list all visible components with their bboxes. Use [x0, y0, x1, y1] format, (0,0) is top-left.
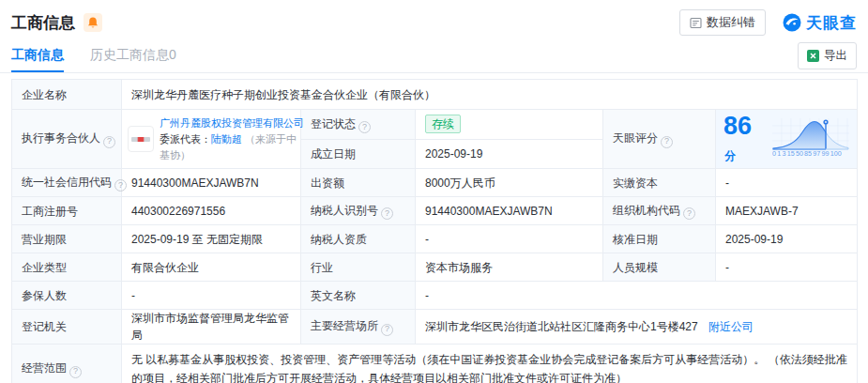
help-icon[interactable]: ?: [114, 179, 127, 192]
field-value-business-address: 深圳市龙华区民治街道北站社区汇隆商务中心1号楼427 附近公司: [416, 310, 858, 345]
field-value-company-name: 深圳龙华丹麓医疗种子期创业投资基金合伙企业（有限合伙）: [122, 80, 858, 110]
partner-company-link[interactable]: 广州丹麓股权投资管理有限公司: [160, 115, 304, 131]
score-tick: 0: [772, 150, 776, 159]
row-reg-number: 工商注册号 440300226971556 纳税人识别号? 91440300MA…: [12, 197, 858, 225]
bell-curve-icon: [772, 118, 849, 150]
field-value-reg-status: 存续: [416, 110, 603, 140]
field-value-staff-size: -: [716, 253, 858, 282]
edit-doc-icon: [690, 17, 702, 29]
rep-name-link[interactable]: 陆勤超: [211, 133, 242, 145]
field-label-taxpayer-quality: 纳税人资质: [301, 225, 416, 253]
bell-icon: [87, 17, 99, 29]
field-label-reg-authority: 登记机关: [12, 310, 122, 345]
field-value-business-scope: 无 以私募基金从事股权投资、投资管理、资产管理等活动（须在中国证券投资基金业协会…: [122, 345, 858, 383]
field-label-business-term: 营业期限: [12, 225, 122, 253]
field-value-org-code: MAEXJAWB-7: [716, 197, 858, 225]
field-value-taxpayer-quality: -: [416, 225, 603, 253]
tab-bar: 工商信息 历史工商信息0 导出: [0, 41, 868, 73]
field-label-business-address: 主要经营场所?: [301, 310, 416, 345]
field-label-capital: 出资额: [301, 169, 416, 197]
help-icon[interactable]: ?: [69, 366, 82, 378]
score-axis-ticks: 0131550859799100: [772, 150, 842, 159]
row-reg-authority: 登记机关 深圳市市场监督管理局龙华监管局 主要经营场所? 深圳市龙华区民治街道北…: [12, 310, 858, 345]
tianyancha-logo-icon: [783, 13, 801, 32]
row-business-term: 营业期限 2025-09-19 至 无固定期限 纳税人资质 - 核准日期 202…: [12, 225, 858, 253]
field-label-english-name: 英文名称: [301, 282, 416, 310]
nearby-companies-link[interactable]: 附近公司: [708, 320, 754, 333]
field-value-tianyan-score: 86分: [716, 110, 858, 169]
field-value-executive-partner: 广州丹麓股权投资管理有限公司 委派代表：陆勤超 （来源于中基协）: [122, 110, 301, 169]
status-badge: 存续: [425, 115, 461, 133]
address-text: 深圳市龙华区民治街道北站社区汇隆商务中心1号楼427: [425, 320, 698, 333]
field-value-insured-count: -: [122, 282, 301, 310]
field-value-credit-code: 91440300MAEXJAWB7N: [122, 169, 301, 197]
field-value-taxpayer-id: 91440300MAEXJAWB7N: [416, 197, 603, 225]
monitor-bell-button[interactable]: [84, 13, 102, 32]
help-icon[interactable]: ?: [358, 121, 371, 133]
score-tick: 15: [787, 150, 795, 159]
field-label-company-type: 企业类型: [12, 253, 122, 282]
score-unit: 分: [724, 149, 736, 162]
field-value-paid-capital: -: [716, 169, 858, 197]
tianyan-score-widget[interactable]: 86分: [723, 114, 849, 164]
tianyancha-logo[interactable]: 天眼查: [783, 12, 857, 34]
field-label-industry: 行业: [301, 253, 416, 282]
score-curve-chart: 0131550859799100: [772, 118, 849, 160]
field-value-reg-authority: 深圳市市场监督管理局龙华监管局: [122, 310, 301, 345]
field-label-approval-date: 核准日期: [603, 225, 716, 253]
score-value: 86: [723, 112, 752, 140]
page-title: 工商信息: [11, 12, 75, 34]
score-tick: 100: [830, 150, 842, 159]
field-label-insured-count: 参保人数: [12, 282, 122, 310]
field-label-executive-partner: 执行事务合伙人?: [12, 110, 122, 169]
field-label-tianyan-score: 天眼评分?: [603, 110, 716, 169]
score-tick: 1: [777, 150, 781, 159]
business-info-table: 企业名称 深圳龙华丹麓医疗种子期创业投资基金合伙企业（有限合伙） 执行事务合伙人…: [11, 79, 858, 383]
field-label-establish-date: 成立日期: [301, 139, 416, 169]
data-correction-button[interactable]: 数据纠错: [679, 9, 766, 36]
help-icon[interactable]: ?: [683, 207, 695, 220]
field-label-paid-capital: 实缴资本: [603, 169, 716, 197]
help-icon[interactable]: ?: [381, 207, 393, 220]
row-business-scope: 经营范围? 无 以私募基金从事股权投资、投资管理、资产管理等活动（须在中国证券投…: [12, 345, 858, 383]
score-tick: 97: [813, 150, 820, 159]
field-label-credit-code: 统一社会信用代码?: [12, 169, 122, 197]
field-label-org-code: 组织机构代码?: [603, 197, 716, 225]
field-value-company-type: 有限合伙企业: [122, 253, 301, 282]
row-credit-code: 统一社会信用代码? 91440300MAEXJAWB7N 出资额 8000万人民…: [12, 169, 858, 197]
rep-label: 委派代表：: [160, 133, 211, 145]
row-partner-status: 执行事务合伙人? 广州丹麓股权投资管理有限公司 委派代表：陆勤超 （来源于中基协…: [12, 110, 858, 140]
export-button[interactable]: 导出: [798, 42, 857, 69]
field-value-industry: 资本市场服务: [416, 253, 603, 282]
tab-history-business-info[interactable]: 历史工商信息0: [90, 40, 176, 72]
field-value-english-name: -: [416, 282, 858, 310]
field-value-approval-date: 2025-09-19: [716, 225, 858, 253]
tab-business-info[interactable]: 工商信息: [11, 40, 64, 72]
field-value-business-term: 2025-09-19 至 无固定期限: [122, 225, 301, 253]
help-icon[interactable]: ?: [381, 324, 393, 336]
help-icon[interactable]: ?: [661, 136, 673, 148]
field-value-reg-number: 440300226971556: [122, 197, 301, 225]
field-label-reg-status: 登记状态?: [301, 110, 416, 140]
field-value-capital: 8000万人民币: [416, 169, 603, 197]
row-company-type: 企业类型 有限合伙企业 行业 资本市场服务 人员规模 -: [12, 253, 858, 282]
field-label-staff-size: 人员规模: [603, 253, 716, 282]
field-label-taxpayer-id: 纳税人识别号?: [301, 197, 416, 225]
score-tick: 99: [822, 150, 830, 159]
help-icon[interactable]: ?: [103, 136, 115, 148]
excel-icon: [807, 50, 819, 62]
row-company-name: 企业名称 深圳龙华丹麓医疗种子期创业投资基金合伙企业（有限合伙）: [12, 80, 858, 110]
score-tick: 3: [782, 150, 785, 159]
score-tick: 50: [796, 150, 803, 159]
field-label-business-scope: 经营范围?: [12, 345, 122, 383]
score-tick: 85: [804, 150, 812, 159]
field-value-establish-date: 2025-09-19: [416, 139, 603, 169]
partner-logo-mark: [131, 137, 150, 142]
section-header: 工商信息 数据纠错 天眼查: [0, 0, 868, 38]
partner-logo: [128, 126, 154, 152]
field-label-reg-number: 工商注册号: [12, 197, 122, 225]
row-insured-count: 参保人数 - 英文名称 -: [12, 282, 858, 310]
field-label-company-name: 企业名称: [12, 80, 122, 110]
